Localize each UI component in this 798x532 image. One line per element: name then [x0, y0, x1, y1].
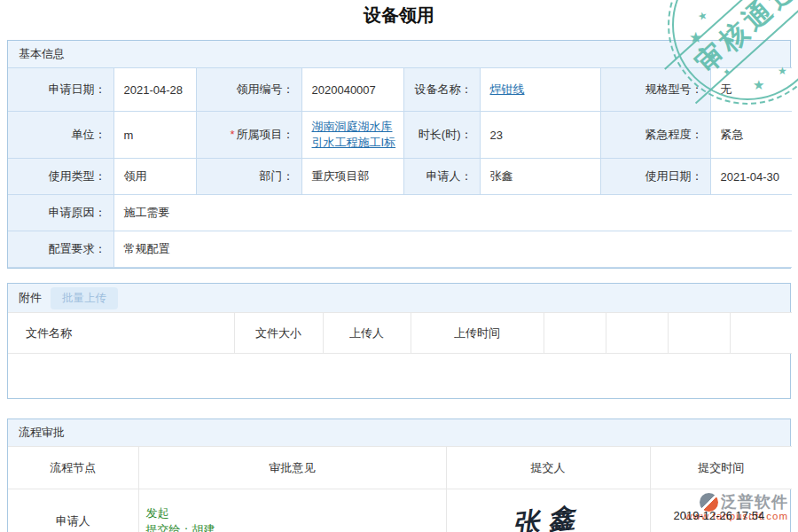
table-row: 使用类型： 领用 部门： 重庆项目部 申请人： 张鑫 使用日期： 2021-04…	[8, 159, 792, 195]
table-row: 单位： m *所属项目： 湖南洞庭湖水库引水工程施工I标 时长(时)： 23 紧…	[8, 112, 792, 159]
signature: 张鑫	[511, 499, 585, 532]
unit-value: m	[113, 112, 196, 159]
col-approval-opinion: 审批意见	[138, 447, 446, 489]
col-empty	[730, 313, 792, 354]
project-label: *所属项目：	[196, 112, 301, 159]
config-value: 常规配置	[113, 231, 792, 268]
device-name-label: 设备名称：	[403, 68, 480, 112]
attachments-header-row: 文件名称 文件大小 上传人 上传时间	[8, 313, 792, 354]
opinion-initiate: 发起	[146, 505, 446, 521]
use-type-label: 使用类型：	[8, 159, 113, 195]
attachments-title: 附件	[19, 290, 42, 306]
table-row: 申请日期： 2021-04-28 领用编号： 2020040007 设备名称： …	[8, 68, 792, 112]
opinion-submitted-to: 提交给：胡建	[146, 521, 446, 532]
dept-value: 重庆项目部	[301, 159, 403, 195]
page-title: 设备领用	[0, 0, 798, 40]
reason-label: 申请原因：	[8, 195, 113, 231]
duration-label: 时长(时)：	[403, 112, 480, 159]
col-submit-time: 提交时间	[650, 447, 792, 489]
apply-date-label: 申请日期：	[8, 68, 113, 112]
approval-row-applicant: 申请人 发起 提交给：胡建 张鑫 泛普软件 www.fanpusoft.com	[8, 489, 792, 532]
col-file-name: 文件名称	[8, 313, 234, 354]
approval-title: 流程审批	[19, 425, 65, 441]
applicant-value: 张鑫	[480, 159, 600, 195]
attachments-section: 附件 批量上传 文件名称 文件大小 上传人 上传时间	[7, 283, 791, 399]
spec-value: 无	[710, 68, 792, 112]
col-empty	[606, 313, 668, 354]
table-row: 申请原因： 施工需要	[8, 195, 792, 231]
equipment-requisition-page: 设备领用 基本信息 申请日期： 2021-04-28 领用编号： 2020040…	[0, 0, 798, 532]
attachments-empty-area	[8, 354, 790, 398]
dept-label: 部门：	[196, 159, 301, 195]
required-marker: *	[230, 128, 234, 141]
unit-label: 单位：	[8, 112, 113, 159]
col-process-node: 流程节点	[8, 447, 138, 489]
col-empty	[668, 313, 730, 354]
col-upload-time: 上传时间	[411, 313, 544, 354]
col-submitter: 提交人	[446, 447, 650, 489]
attachments-header: 附件 批量上传	[8, 284, 790, 312]
basic-info-section: 基本信息 申请日期： 2021-04-28 领用编号： 2020040007 设…	[7, 40, 791, 269]
submit-time-value: 2019-12-26 17:54	[674, 509, 765, 522]
approval-table: 流程节点 审批意见 提交人 提交时间 申请人 发起 提交给：胡建 张鑫	[8, 446, 792, 532]
basic-info-title: 基本信息	[19, 46, 65, 62]
use-date-value: 2021-04-30	[710, 159, 792, 195]
attachments-table: 文件名称 文件大小 上传人 上传时间	[8, 312, 792, 354]
apply-date-value: 2021-04-28	[113, 68, 196, 112]
col-empty	[544, 313, 606, 354]
col-file-size: 文件大小	[234, 313, 323, 354]
urgency-value: 紧急	[710, 112, 792, 159]
basic-info-header: 基本信息	[8, 41, 790, 67]
submit-time-cell: 泛普软件 www.fanpusoft.com 2019-12-26 17:54	[650, 489, 792, 532]
batch-upload-button[interactable]: 批量上传	[51, 287, 118, 309]
approval-header-row: 流程节点 审批意见 提交人 提交时间	[8, 447, 792, 489]
approval-header: 流程审批	[8, 419, 790, 446]
spec-label: 规格型号：	[600, 68, 710, 112]
config-label: 配置要求：	[8, 231, 113, 268]
use-type-value: 领用	[113, 159, 196, 195]
project-link[interactable]: 湖南洞庭湖水库引水工程施工I标	[312, 120, 396, 149]
table-row: 配置要求： 常规配置	[8, 231, 792, 268]
reason-value: 施工需要	[113, 195, 792, 231]
use-date-label: 使用日期：	[600, 159, 710, 195]
applicant-label: 申请人：	[403, 159, 480, 195]
req-no-label: 领用编号：	[196, 68, 301, 112]
col-uploader: 上传人	[323, 313, 411, 354]
submitter-cell: 张鑫	[446, 489, 650, 532]
req-no-value: 2020040007	[301, 68, 403, 112]
urgency-label: 紧急程度：	[600, 112, 710, 159]
device-name-link[interactable]: 焊钳线	[490, 82, 525, 96]
duration-value: 23	[480, 112, 600, 159]
approval-opinion-cell: 发起 提交给：胡建	[138, 489, 446, 532]
process-node-value: 申请人	[8, 489, 138, 532]
basic-info-table: 申请日期： 2021-04-28 领用编号： 2020040007 设备名称： …	[8, 67, 792, 268]
approval-section: 流程审批 流程节点 审批意见 提交人 提交时间 申请人 发起 提交给：胡建 张鑫	[7, 419, 791, 532]
